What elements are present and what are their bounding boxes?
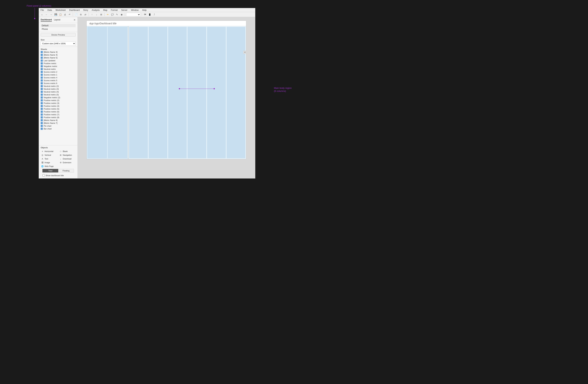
object-item-extension[interactable]: ⚙Extension — [59, 161, 76, 164]
sheet-icon — [41, 68, 43, 70]
tiled-btn[interactable]: Tiled — [42, 169, 58, 172]
sheet-icon — [41, 102, 43, 104]
sheet-icon — [41, 57, 43, 59]
show-title-checkbox[interactable] — [42, 174, 45, 176]
objects-grid: ≡Horizontal□Blank|||Vertical⊞NavigationA… — [41, 150, 76, 168]
sheet-item[interactable]: Negative metric — [39, 65, 77, 68]
menu-worksheet[interactable]: Worksheet — [55, 9, 66, 12]
toolbar-savenew-btn[interactable]: 📋 — [58, 13, 62, 17]
layout-buttons: Tiled Floating — [42, 169, 74, 172]
sheet-item[interactable]: Positive metric (2) — [39, 99, 77, 102]
sheet-item[interactable]: Scores metric 4 — [39, 76, 77, 79]
menu-help[interactable]: Help — [142, 9, 147, 12]
sheet-name: Positive metric (3) — [44, 102, 59, 104]
sheet-item[interactable]: Positive metric (7) — [39, 113, 77, 116]
toolbar-home-btn[interactable]: ⌂ — [40, 13, 44, 17]
main-col-4 — [188, 27, 206, 158]
toolbar-sep5 — [142, 13, 142, 16]
sheet-item[interactable]: Neutral metric (2) — [39, 85, 77, 87]
objects-section: Objects ≡Horizontal□Blank|||Vertical⊞Nav… — [39, 145, 77, 178]
sheet-item[interactable]: Neutral metric (4) — [39, 90, 77, 93]
sheets-section: Sheets [Metric Name 3][Metric Name 4][Me… — [39, 47, 77, 145]
sheet-icon — [41, 71, 43, 73]
sheet-name: Scores metric 2 — [44, 71, 57, 73]
object-item-blank[interactable]: □Blank — [59, 150, 76, 153]
toolbar-forward-btn[interactable]: → — [49, 13, 53, 17]
toolbar-print-btn[interactable]: 🖨 — [63, 13, 67, 17]
device-preview-button[interactable]: Device Preview — [41, 33, 76, 37]
toolbar-annotate-btn[interactable]: ✎ — [115, 13, 119, 17]
sheet-item[interactable]: [Metric Name 6] — [39, 119, 77, 122]
tab-dashboard[interactable]: Dashboard — [41, 18, 52, 22]
sheet-item[interactable]: Last Updated — [39, 59, 77, 62]
sheet-item[interactable]: Scores metric 1 — [39, 73, 77, 76]
object-item-web-page[interactable]: 🌐Web Page — [41, 165, 58, 168]
sheet-item[interactable]: Positive metric (5) — [39, 107, 77, 110]
sheet-item[interactable]: Bar chart — [39, 127, 77, 130]
tab-layout[interactable]: Layout — [54, 18, 60, 22]
sheet-item[interactable]: Positive metric — [39, 62, 77, 65]
sheet-item[interactable]: Neutral metric (5) — [39, 93, 77, 96]
menu-window[interactable]: Window — [130, 9, 139, 12]
main-col-6 — [227, 27, 245, 158]
menu-dashboard[interactable]: Dashboard — [69, 9, 80, 12]
toolbar-save-btn[interactable]: 💾 — [54, 13, 58, 17]
sheet-item[interactable]: [Metric Name 3] — [39, 51, 77, 53]
toolbar-tooltip-btn[interactable]: 💬 — [110, 13, 114, 17]
toolbar-sort-asc-btn[interactable]: ↑ — [90, 13, 94, 17]
toolbar-share-btn[interactable]: ⤴ — [152, 13, 156, 17]
sheet-item[interactable]: Positive metric (6) — [39, 110, 77, 113]
menu-server[interactable]: Server — [121, 9, 128, 12]
sheet-item[interactable]: [Metric Name 7] — [39, 122, 77, 125]
sheet-item[interactable]: Positive metric (4) — [39, 105, 77, 107]
toolbar-marks-btn[interactable]: ◉ — [120, 13, 124, 17]
toolbar-dupsheet-btn[interactable]: ⧉ — [79, 13, 83, 17]
menu-format[interactable]: Format — [110, 9, 118, 12]
menu-map[interactable]: Map — [103, 9, 108, 12]
object-item-navigation[interactable]: ⊞Navigation — [59, 153, 76, 157]
sheet-item[interactable]: Neutral metric (3) — [39, 87, 77, 90]
toolbar-map-btn[interactable]: 🗺 — [143, 13, 147, 17]
object-item-text[interactable]: AText — [41, 157, 58, 160]
sheet-item[interactable]: [Metric Name 5] — [39, 56, 77, 59]
menu-story[interactable]: Story — [83, 9, 89, 12]
sheet-item[interactable]: [Metric Name 4] — [39, 53, 77, 56]
sheet-item[interactable]: Neutral metric — [39, 68, 77, 70]
sheet-item[interactable]: Positive metric (8) — [39, 116, 77, 119]
device-default[interactable]: Default — [41, 24, 76, 27]
dashboard-close-btn[interactable]: ✕ — [243, 51, 246, 54]
menu-file[interactable]: File — [40, 9, 44, 12]
sheet-name: Positive metric (7) — [44, 113, 59, 116]
toolbar-newsheet-btn[interactable]: 📄 — [74, 13, 78, 17]
sheet-item[interactable]: Scores metric 5 — [39, 79, 77, 82]
sheet-item[interactable]: Negative metric (2) — [39, 96, 77, 99]
sheet-item[interactable]: Positive metric (3) — [39, 102, 77, 105]
sheet-name: Positive metric (5) — [44, 108, 59, 110]
toolbar-swap-btn[interactable]: ⇄ — [84, 13, 87, 17]
size-section: Size Custom size (1440 x 1024) — [39, 38, 77, 47]
device-phone[interactable]: Phone — [41, 27, 76, 31]
toolbar-view-dropdown[interactable] — [126, 13, 140, 16]
main-col-5 — [207, 27, 226, 158]
menu-analysis[interactable]: Analysis — [91, 9, 100, 12]
floating-btn[interactable]: Floating — [58, 169, 74, 172]
sheet-item[interactable]: Pie chart — [39, 125, 77, 127]
object-item-image[interactable]: 🖼Image — [41, 161, 58, 164]
sidebar-close-btn[interactable]: ✕ — [74, 19, 76, 21]
toolbar-device-btn[interactable]: 📱 — [148, 13, 152, 17]
toolbar-group-btn[interactable]: ⊞ — [99, 13, 103, 17]
sheet-name: Pie chart — [44, 125, 51, 127]
toolbar-sort-desc-btn[interactable]: ↓ — [95, 13, 99, 17]
object-item-vertical[interactable]: |||Vertical — [41, 153, 58, 157]
object-item-horizontal[interactable]: ≡Horizontal — [41, 150, 58, 153]
menu-data[interactable]: Data — [47, 9, 52, 12]
object-item-download[interactable]: ↓Download — [59, 157, 76, 160]
object-label: Extension — [63, 161, 71, 164]
sheet-icon — [41, 113, 43, 116]
toolbar-undo-btn[interactable]: ↶ — [68, 13, 72, 17]
toolbar-back-btn[interactable]: ← — [44, 13, 48, 17]
toolbar-highlight-btn[interactable]: ✏ — [106, 13, 110, 17]
sheet-item[interactable]: Scores metric 6 — [39, 82, 77, 85]
size-dropdown[interactable]: Custom size (1440 x 1024) — [41, 42, 76, 45]
sheet-item[interactable]: Scores metric 2 — [39, 70, 77, 73]
